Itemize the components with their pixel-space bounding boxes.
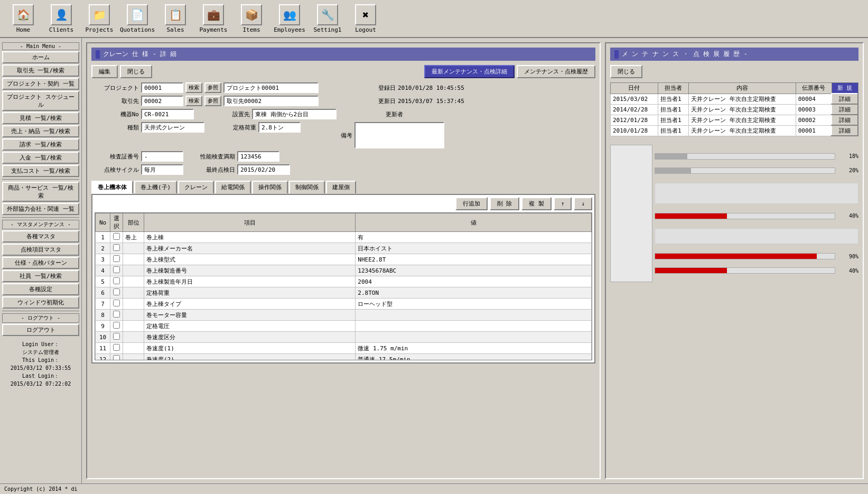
down-button[interactable]: ↓ bbox=[574, 197, 592, 210]
nav-clients[interactable]: 👤 Clients bbox=[42, 4, 80, 33]
tab-maki-honsha[interactable]: 巻上機本体 bbox=[91, 181, 133, 194]
cycle-input[interactable] bbox=[141, 164, 183, 175]
up-button[interactable]: ↑ bbox=[554, 197, 572, 210]
machine-no-input[interactable] bbox=[141, 109, 194, 119]
note-textarea[interactable] bbox=[354, 122, 444, 148]
cell-item: 巻速度(1) bbox=[144, 343, 356, 354]
sidebar-item-costs[interactable]: 支払コスト 一覧/検索 bbox=[2, 165, 79, 177]
nav-quotations[interactable]: 📄 Quotations bbox=[118, 4, 156, 33]
cell-checkbox[interactable] bbox=[110, 354, 123, 361]
cell-unit bbox=[123, 332, 144, 343]
tab-crane[interactable]: クレーン bbox=[178, 181, 214, 194]
sidebar-item-master[interactable]: 各種マスタ bbox=[2, 230, 79, 243]
tab-power[interactable]: 給電関係 bbox=[215, 181, 251, 194]
sidebar-item-partners[interactable]: 外部協力会社・関連 一覧 bbox=[2, 203, 79, 215]
cell-checkbox[interactable] bbox=[110, 254, 123, 265]
project-input[interactable] bbox=[141, 82, 183, 93]
cell-item: 巻モーター容量 bbox=[144, 310, 356, 321]
capacity-input[interactable] bbox=[258, 122, 301, 133]
detail-button[interactable]: 詳細 bbox=[832, 94, 858, 104]
edit-button[interactable]: 編集 bbox=[91, 65, 118, 78]
nav-payments[interactable]: 💼 Payments bbox=[194, 4, 232, 33]
client-name-input[interactable] bbox=[223, 96, 319, 106]
project-search-btn[interactable]: 検索 bbox=[185, 82, 202, 93]
nav-sales[interactable]: 📋 Sales bbox=[156, 4, 194, 33]
right-panel-title: メ ン テ ナ ン ス ・ 点 検 展 履 歴 - bbox=[610, 48, 858, 61]
sidebar-item-payments[interactable]: 入金 一覧/検索 bbox=[2, 152, 79, 164]
cell-unit bbox=[123, 299, 144, 310]
register-date-value: 2010/01/28 10:45:55 bbox=[398, 85, 464, 91]
sidebar: - Main Menu - ホーム 取引先 一覧/検索 プロジェクト・契約 一覧… bbox=[0, 38, 82, 483]
project-name-input[interactable] bbox=[223, 82, 319, 93]
client-input[interactable] bbox=[141, 96, 183, 106]
cell-no: 12 bbox=[96, 354, 110, 361]
sidebar-item-init-window[interactable]: ウィンドウ初期化 bbox=[2, 296, 79, 309]
install-loc-label: 設置先 bbox=[202, 110, 250, 118]
delete-button[interactable]: 削 除 bbox=[490, 197, 520, 210]
sidebar-item-logout[interactable]: ログアウト bbox=[2, 324, 79, 336]
left-toolbar: 編集 閉じる 最新メンテナンス・点検詳細 メンテナンス・点検履歴 bbox=[91, 65, 595, 78]
sidebar-item-invoices[interactable]: 請求 一覧/検索 bbox=[2, 138, 79, 151]
detail-button[interactable]: 詳細 bbox=[832, 125, 858, 136]
sidebar-item-spec-pattern[interactable]: 仕様・点検パターン bbox=[2, 257, 79, 269]
last-inspection-input[interactable] bbox=[237, 164, 290, 175]
cell-checkbox[interactable] bbox=[110, 265, 123, 276]
cell-item: 巻上棟製造年月日 bbox=[144, 276, 356, 287]
left-panel-title: クレーン 仕 様 - 詳 細 bbox=[91, 48, 595, 61]
sidebar-item-employees[interactable]: 社員 一覧/検索 bbox=[2, 270, 79, 282]
project-ref-btn[interactable]: 参照 bbox=[204, 82, 221, 93]
sidebar-item-sales[interactable]: 売上・納品 一覧/検索 bbox=[2, 125, 79, 137]
latest-maint-button[interactable]: 最新メンテナンス・点検詳細 bbox=[424, 65, 515, 78]
cell-checkbox[interactable] bbox=[110, 243, 123, 254]
close-button[interactable]: 閉じる bbox=[120, 65, 152, 78]
footer: Copyright (c) 2014 * di bbox=[0, 483, 868, 494]
tab-building[interactable]: 建屋側 bbox=[326, 181, 356, 194]
cell-item: 定格荷重 bbox=[144, 287, 356, 299]
client-search-btn[interactable]: 検索 bbox=[185, 96, 202, 106]
cell-checkbox[interactable] bbox=[110, 299, 123, 310]
tab-operation[interactable]: 操作関係 bbox=[252, 181, 288, 194]
tab-maki-ko[interactable]: 巻上機(子) bbox=[134, 181, 177, 194]
cell-value: 2004 bbox=[356, 276, 592, 287]
note-label: 備考 bbox=[305, 132, 352, 139]
col-date: 日付 bbox=[611, 83, 658, 94]
content-area: クレーン 仕 様 - 詳 細 編集 閉じる 最新メンテナンス・点検詳細 メンテナ… bbox=[82, 38, 868, 483]
sidebar-item-settings[interactable]: 各種設定 bbox=[2, 283, 79, 295]
nav-setting1[interactable]: 🔧 Setting1 bbox=[309, 4, 347, 33]
maint-history-button[interactable]: メンテナンス・点検履歴 bbox=[517, 65, 595, 78]
detail-button[interactable]: 詳細 bbox=[832, 115, 858, 125]
nav-items[interactable]: 📦 Items bbox=[232, 4, 270, 33]
nav-home[interactable]: 🏠 Home bbox=[4, 4, 42, 33]
install-loc-input[interactable] bbox=[252, 109, 337, 119]
cell-checkbox[interactable] bbox=[110, 276, 123, 287]
sidebar-item-projects[interactable]: プロジェクト・契約 一覧 bbox=[2, 78, 79, 90]
performance-input[interactable] bbox=[237, 151, 279, 162]
nav-employees[interactable]: 👥 Employees bbox=[270, 4, 309, 33]
table-row: 11 巻速度(1) 微速 1.75 m/min bbox=[96, 343, 592, 354]
inspection-no-input[interactable] bbox=[141, 151, 183, 162]
tab-control[interactable]: 制御関係 bbox=[289, 181, 325, 194]
col-item: 項目 bbox=[144, 213, 356, 232]
sidebar-item-clients[interactable]: 取引先 一覧/検索 bbox=[2, 64, 79, 77]
cell-checkbox[interactable] bbox=[110, 310, 123, 321]
cell-checkbox[interactable] bbox=[110, 343, 123, 354]
detail-button[interactable]: 詳細 bbox=[832, 104, 858, 115]
cell-checkbox[interactable] bbox=[110, 332, 123, 343]
cell-checkbox[interactable] bbox=[110, 321, 123, 332]
copy-button[interactable]: 複 製 bbox=[521, 197, 552, 210]
sidebar-item-quotes[interactable]: 見積 一覧/検索 bbox=[2, 112, 79, 124]
client-ref-btn[interactable]: 参照 bbox=[204, 96, 221, 106]
sidebar-item-project-schedule[interactable]: プロジェクト スケジュール bbox=[2, 91, 79, 111]
cell-checkbox[interactable] bbox=[110, 232, 123, 243]
right-close-button[interactable]: 閉じる bbox=[610, 65, 642, 78]
sidebar-item-inspection-master[interactable]: 点検項目マスタ bbox=[2, 244, 79, 256]
cell-date: 2015/03/02 bbox=[611, 94, 658, 104]
type-input[interactable] bbox=[141, 122, 204, 133]
sidebar-item-products[interactable]: 商品・サービス 一覧/検索 bbox=[2, 182, 79, 202]
nav-projects[interactable]: 📁 Projects bbox=[80, 4, 118, 33]
sidebar-item-home[interactable]: ホーム bbox=[2, 51, 79, 63]
nav-logout[interactable]: ✖ Logout bbox=[347, 4, 385, 33]
cell-staff: 担当者1 bbox=[658, 104, 688, 115]
cell-checkbox[interactable] bbox=[110, 287, 123, 299]
add-row-button[interactable]: 行追加 bbox=[455, 197, 488, 210]
